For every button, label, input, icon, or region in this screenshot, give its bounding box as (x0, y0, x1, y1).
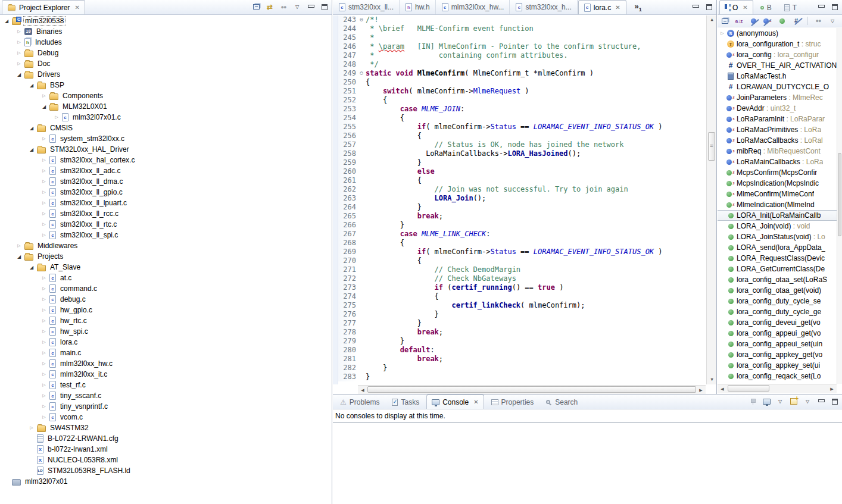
outline-item-lora_configuration_t[interactable]: Tlora_configuration_t : struc (718, 39, 837, 49)
tree-item-vcom.c[interactable]: ▷cvcom.c (0, 412, 332, 422)
tree-item-stm32l0xx_ll_adc.c[interactable]: ▷cstm32l0xx_ll_adc.c (0, 165, 332, 176)
maximize-button[interactable] (320, 2, 329, 12)
outline-item-LoRaMainCallbacks[interactable]: sLoRaMainCallbacks : LoRa (718, 156, 837, 167)
outline-item-LORA_JoinStatus(void)[interactable]: LORA_JoinStatus(void) : Lo (718, 231, 837, 242)
outline-item-lora_config[interactable]: slora_config : lora_configur (718, 49, 837, 60)
editor-tab-stm32l0xx_ll...[interactable]: cstm32l0xx_ll... (333, 0, 400, 14)
tree-collapsed-arrow-icon[interactable]: ▷ (40, 318, 48, 323)
tree-item-stm32l0xx_ll_dma.c[interactable]: ▷cstm32l0xx_ll_dma.c (0, 176, 332, 187)
code-line-272[interactable]: 272 // Check NbGateways (338, 274, 706, 283)
editor-tab-mlm32l0xx_hw...[interactable]: cmlm32l0xx_hw... (436, 0, 510, 14)
outline-item-lora_config_duty_cycle_se[interactable]: lora_config_duty_cycle_se (718, 296, 837, 306)
outline-item-MlmeIndication(MlmeInd[interactable]: sMlmeIndication(MlmeInd (718, 199, 837, 210)
tree-item-STM32L0xx_HAL_Driver[interactable]: ◢STM32L0xx_HAL_Driver (0, 144, 332, 155)
outline-tab-T[interactable]: T (779, 0, 802, 14)
tree-collapsed-arrow-icon[interactable]: ▷ (40, 383, 48, 387)
tab-overflow-chevron[interactable]: »1 (635, 2, 642, 12)
scroll-left-icon[interactable]: ◀ (358, 386, 367, 395)
minimize-button[interactable] (816, 396, 826, 406)
editor-body[interactable]: 243⊖/*!244 * \brief MLME-Confirm event f… (333, 15, 716, 384)
outline-item-LORA_Join(void)[interactable]: LORA_Join(void) : void (718, 221, 837, 231)
code-line-255[interactable]: 255 if( mlmeConfirm->Status == LORAMAC_E… (338, 123, 706, 132)
outline-item-LORAWAN_DUTYCYCLE_O[interactable]: #LORAWAN_DUTYCYCLE_O (718, 82, 837, 92)
tree-item-tiny_vsnprintf.c[interactable]: ▷ctiny_vsnprintf.c (0, 401, 332, 412)
code-line-274[interactable]: 274 { (338, 292, 706, 301)
tree-item-mlm32l0538[interactable]: ◢mlm32l0538 (0, 15, 332, 26)
tree-collapsed-arrow-icon[interactable]: ▷ (40, 404, 48, 409)
outline-item-lora_config_appkey_get(vo[interactable]: lora_config_appkey_get(vo (718, 349, 837, 360)
tree-item-NUCLEO-L053R8.xml[interactable]: XNUCLEO-L053R8.xml (0, 455, 332, 465)
close-icon[interactable]: ✕ (743, 4, 747, 11)
tree-item-hw_spi.c[interactable]: ▷chw_spi.c (0, 326, 332, 337)
dropdown-button[interactable]: ▽ (828, 16, 837, 26)
code-line-259[interactable]: 259 } (338, 158, 706, 167)
code-area[interactable]: 243⊖/*!244 * \brief MLME-Confirm event f… (338, 15, 706, 384)
collapse-all-button[interactable] (720, 16, 729, 26)
outline-item-lora_config_reqack_set(Lo[interactable]: lora_config_reqack_set(Lo (718, 371, 837, 381)
maximize-button[interactable] (830, 2, 840, 12)
tree-item-AT_Slave[interactable]: ◢AT_Slave (0, 262, 332, 273)
tree-expanded-arrow-icon[interactable]: ◢ (27, 147, 36, 152)
code-line-262[interactable]: 262 // Join was not successful. Try to j… (338, 185, 706, 194)
editor-vscroll-thumb[interactable] (708, 132, 715, 161)
tree-item-stm32l0xx_ll_gpio.c[interactable]: ▷cstm32l0xx_ll_gpio.c (0, 187, 332, 198)
tree-item-SW4STM32[interactable]: ▷SW4STM32 (0, 422, 332, 433)
hide-macros-button[interactable]: # (791, 16, 801, 26)
tree-collapsed-arrow-icon[interactable]: ▷ (40, 361, 48, 366)
code-line-266[interactable]: 266 } (338, 221, 706, 230)
outline-collapsed-arrow-icon[interactable]: ▷ (719, 31, 726, 36)
minimize-button[interactable] (691, 2, 700, 12)
scroll-right-icon[interactable]: ▶ (827, 384, 837, 393)
outline-tab-B[interactable]: B (755, 0, 777, 14)
code-line-252[interactable]: 252 { (338, 96, 706, 105)
tree-collapsed-arrow-icon[interactable]: ▷ (27, 425, 36, 430)
outline-horizontal-scrollbar[interactable]: ◀ ▶ (718, 384, 837, 393)
tree-collapsed-arrow-icon[interactable]: ▷ (40, 190, 48, 195)
outline-item-OVER_THE_AIR_ACTIVATION[interactable]: #OVER_THE_AIR_ACTIVATION (718, 60, 837, 71)
code-line-276[interactable]: 276 } (338, 310, 706, 319)
dropdown-button[interactable]: ▽ (803, 396, 812, 406)
code-line-257[interactable]: 257 // Status is OK, node has joined the… (338, 140, 706, 149)
tree-collapsed-arrow-icon[interactable]: ▷ (15, 40, 23, 45)
code-line-243[interactable]: 243⊖/*! (338, 15, 706, 24)
tree-collapsed-arrow-icon[interactable]: ▷ (40, 393, 48, 398)
tree-collapsed-arrow-icon[interactable]: ▷ (52, 115, 61, 120)
tree-collapsed-arrow-icon[interactable]: ▷ (40, 211, 48, 216)
tree-collapsed-arrow-icon[interactable]: ▷ (40, 329, 48, 334)
outline-item-lora_config_otaa_set(LoRaS[interactable]: lora_config_otaa_set(LoRaS (718, 274, 837, 285)
code-line-278[interactable]: 278 break; (338, 328, 706, 337)
tree-collapsed-arrow-icon[interactable]: ▷ (40, 93, 48, 98)
collapse-all-button[interactable] (251, 2, 261, 12)
code-line-283[interactable]: 283} (338, 372, 706, 381)
outline-item-lora_config_duty_cycle_ge[interactable]: lora_config_duty_cycle_ge (718, 306, 837, 317)
code-line-249[interactable]: 249⊖static void MlmeConfirm( MlmeConfirm… (338, 69, 706, 78)
code-line-275[interactable]: 275 certif_linkCheck( mlmeConfirm); (338, 301, 706, 310)
outline-item-mibReq[interactable]: smibReq : MibRequestCont (718, 146, 837, 156)
console-tab-Tasks[interactable]: ✓Tasks (386, 395, 425, 409)
editor-horizontal-scrollbar[interactable]: ◀ ▶ (358, 385, 706, 394)
code-line-247[interactable]: 247 * containing confirm attributes. (338, 51, 706, 60)
editor-hscroll-thumb[interactable] (367, 386, 696, 393)
code-line-254[interactable]: 254 { (338, 114, 706, 123)
sort-az-button[interactable]: a↓z (734, 16, 744, 26)
hide-nonpublic-button[interactable] (777, 16, 787, 26)
outline-item-LoRaParamInit[interactable]: sLoRaParamInit : LoRaParar (718, 114, 837, 124)
code-line-248[interactable]: 248 */ (338, 60, 706, 69)
tree-item-Binaries[interactable]: ▷10Binaries (0, 26, 332, 37)
code-line-260[interactable]: 260 else (338, 167, 706, 176)
hide-static-button[interactable]: s (763, 16, 772, 26)
tree-item-stm32l0xx_ll_lpuart.c[interactable]: ▷cstm32l0xx_ll_lpuart.c (0, 198, 332, 208)
outline-item-McpsConfirm(McpsConfir[interactable]: sMcpsConfirm(McpsConfir (718, 167, 837, 178)
tree-collapsed-arrow-icon[interactable]: ▷ (40, 276, 48, 280)
outline-item-LoRaMacPrimitives[interactable]: sLoRaMacPrimitives : LoRa (718, 124, 837, 135)
code-line-261[interactable]: 261 { (338, 176, 706, 185)
code-line-256[interactable]: 256 { (338, 132, 706, 140)
code-line-267[interactable]: 267 case MLME_LINK_CHECK: (338, 230, 706, 239)
outline-item-LORA_Init(LoRaMainCallb[interactable]: LORA_Init(LoRaMainCallb (718, 210, 837, 221)
code-line-258[interactable]: 258 LoRaMainCallbacks->LORA_HasJoined(); (338, 149, 706, 158)
tree-item-CMSIS[interactable]: ◢CMSIS (0, 123, 332, 133)
hide-fields-button[interactable] (749, 16, 758, 26)
tree-item-MLM32L0X01[interactable]: ◢MLM32L0X01 (0, 101, 332, 112)
fold-collapse-icon[interactable]: ⊖ (357, 15, 366, 24)
tree-item-tiny_sscanf.c[interactable]: ▷ctiny_sscanf.c (0, 390, 332, 401)
